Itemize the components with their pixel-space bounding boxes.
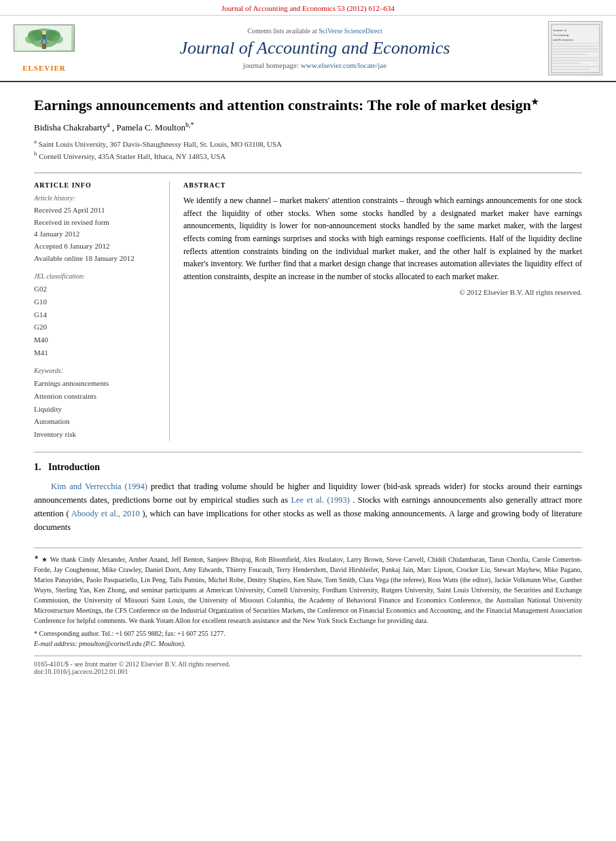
ref-kim-verrecchia[interactable]: Kim and Verrecchia (1994) [51, 482, 147, 491]
star-footnote-text: ★ We thank Cindy Alexander, Amber Anand,… [34, 556, 582, 624]
elsevier-logo-left: ELSEVIER [7, 21, 81, 75]
corresponding-text: * Corresponding author. Tel.: +1 607 255… [34, 630, 225, 637]
abstract-label: ABSTRACT [183, 181, 582, 189]
sciverse-link[interactable]: SciVerse ScienceDirect [319, 27, 382, 35]
contents-available-text: Contents lists available at [247, 27, 316, 35]
affil-b-marker: b [34, 150, 37, 157]
jae-logo-svg: Journal of Accounting and Economics [550, 23, 601, 74]
elsevier-tree-logo [14, 24, 75, 62]
keyword-2: Attention constraints [34, 390, 159, 403]
article-info-label: ARTICLE INFO [34, 181, 159, 189]
revised-date: 4 January 2012 [34, 228, 159, 240]
jel-g20: G20 [34, 321, 159, 334]
jel-label: JEL classification: [34, 272, 159, 280]
footer-issn: 0165-4101/$ - see front matter © 2012 El… [34, 660, 582, 668]
article-title: Earnings announcements and attention con… [34, 96, 582, 115]
intro-paragraph: Kim and Verrecchia (1994) predict that t… [34, 480, 582, 534]
svg-text:and Economics: and Economics [553, 38, 574, 41]
author-separator: , Pamela C. Moulton [112, 122, 185, 132]
footer-doi: doi:10.1016/j.jacceco.2012.01.001 [34, 668, 582, 675]
authors-line: Bidisha Chakrabartya , Pamela C. Moulton… [34, 121, 582, 133]
svg-rect-8 [43, 35, 46, 39]
svg-rect-21 [553, 54, 587, 55]
star-footnote: ★ ★ We thank Cindy Alexander, Amber Anan… [34, 554, 582, 626]
svg-rect-18 [553, 46, 598, 47]
tree-svg [17, 26, 71, 50]
svg-rect-26 [553, 69, 590, 70]
affiliations: a Saint Louis University, 367 Davis-Shau… [34, 137, 582, 162]
jel-g10: G10 [34, 296, 159, 308]
intro-num: 1. [34, 462, 41, 472]
affiliation-a: a Saint Louis University, 367 Davis-Shau… [34, 137, 582, 149]
footer-bar: 0165-4101/$ - see front matter © 2012 El… [34, 656, 582, 675]
svg-rect-19 [553, 48, 598, 50]
article-info-abstract-section: ARTICLE INFO Article history: Received 2… [34, 173, 582, 441]
keyword-5: Inventory risk [34, 428, 159, 441]
journal-reference-bar: Journal of Accounting and Economics 53 (… [0, 0, 616, 16]
affil-b-text: Cornell University, 435A Statler Hall, I… [39, 152, 225, 160]
journal-center-header: Contents lists available at SciVerse Sci… [88, 21, 541, 75]
main-content: Earnings announcements and attention con… [0, 82, 616, 689]
keyword-4: Automation [34, 415, 159, 428]
svg-point-7 [42, 31, 46, 35]
author1-name: Bidisha Chakrabarty [34, 122, 107, 132]
intro-para1: Kim and Verrecchia (1994) predict that t… [34, 480, 582, 534]
elsevier-tree-image [14, 24, 75, 52]
intro-divider [34, 452, 582, 452]
corresponding-footnote: * Corresponding author. Tel.: +1 607 255… [34, 628, 582, 639]
article-title-text: Earnings announcements and attention con… [34, 96, 531, 113]
author2-sup: b,* [185, 121, 194, 128]
svg-text:Accounting: Accounting [553, 33, 569, 37]
svg-point-6 [52, 35, 63, 43]
svg-rect-25 [553, 66, 598, 67]
jel-g02: G02 [34, 283, 159, 296]
intro-heading: 1. Introduction [34, 462, 582, 473]
received-revised-label: Received in revised form [34, 217, 159, 229]
intro-title: Introduction [48, 462, 100, 472]
elsevier-wordmark: ELSEVIER [22, 64, 66, 72]
jel-m41: M41 [34, 346, 159, 359]
svg-rect-23 [553, 60, 598, 61]
homepage-label: journal homepage: [243, 61, 299, 69]
accepted-date: Accepted 6 January 2012 [34, 240, 159, 253]
received-date: Received 25 April 2011 [34, 204, 159, 217]
journal-logo-right: Journal of Accounting and Economics [548, 21, 609, 75]
keyword-3: Liquidity [34, 403, 159, 416]
email-footnote: E-mail address: pmoulton@cornell.edu (P.… [34, 639, 582, 649]
title-star: ★ [531, 97, 539, 107]
ref-lee-et-al[interactable]: Lee et al. (1993) [291, 495, 349, 505]
jae-logo-image: Journal of Accounting and Economics [548, 21, 602, 75]
svg-rect-4 [42, 43, 46, 49]
ref-aboody[interactable]: Aboody et al., 2010 [71, 509, 140, 518]
jel-g14: G14 [34, 308, 159, 321]
footnote-star: ★ [34, 554, 39, 560]
article-info-column: ARTICLE INFO Article history: Received 2… [34, 181, 170, 441]
keywords-label: Keywords: [34, 367, 159, 374]
footnote-section: ★ ★ We thank Cindy Alexander, Amber Anan… [34, 548, 582, 649]
affil-a-marker: a [34, 138, 37, 145]
email-text: E-mail address: pmoulton@cornell.edu (P.… [34, 640, 185, 647]
journal-ref-text: Journal of Accounting and Economics 53 (… [221, 4, 395, 12]
journal-header: ELSEVIER Contents lists available at Sci… [0, 16, 616, 82]
svg-rect-20 [553, 51, 598, 52]
copyright-line: © 2012 Elsevier B.V. All rights reserved… [183, 288, 582, 296]
svg-rect-24 [553, 62, 580, 64]
svg-rect-22 [553, 57, 598, 58]
keyword-1: Earnings announcements [34, 377, 159, 390]
sciverse-line: Contents lists available at SciVerse Sci… [247, 27, 382, 35]
jel-m40: M40 [34, 334, 159, 346]
journal-homepage-line: journal homepage: www.elsevier.com/locat… [243, 61, 386, 69]
abstract-column: ABSTRACT We identify a new channel – mar… [183, 181, 582, 441]
abstract-body: We identify a new channel – market maker… [183, 194, 582, 283]
svg-point-5 [25, 35, 36, 43]
available-online: Available online 18 January 2012 [34, 253, 159, 265]
affiliation-b: b Cornell University, 435A Statler Hall,… [34, 149, 582, 162]
svg-text:Journal of: Journal of [553, 29, 566, 32]
history-label: Article history: [34, 194, 159, 202]
author1-sup: a [107, 121, 109, 128]
affil-a-text: Saint Louis University, 367 Davis-Shaugh… [39, 140, 282, 148]
homepage-link[interactable]: www.elsevier.com/locate/jae [301, 61, 386, 69]
journal-title: Journal of Accounting and Economics [179, 37, 450, 58]
